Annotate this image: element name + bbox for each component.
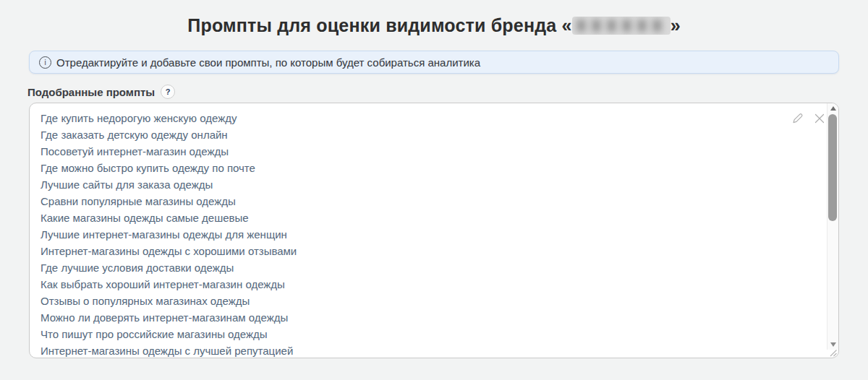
- clear-prompts-button[interactable]: [812, 111, 827, 126]
- page: { "header": { "title_prefix": "Промпты д…: [0, 0, 868, 380]
- prompt-line: Где заказать детскую одежду онлайн: [41, 126, 795, 143]
- blurred-text: [576, 20, 666, 32]
- info-icon: i: [39, 56, 51, 69]
- prompt-line: Где можно быстро купить одежду по почте: [41, 160, 795, 176]
- triangle-down-icon: [830, 342, 836, 347]
- prompts-label: Подобранные промпты: [27, 86, 155, 98]
- prompt-line: Где купить недорогую женскую одежду: [41, 110, 795, 126]
- help-icon[interactable]: ?: [161, 85, 175, 99]
- info-banner: i Отредактируйте и добавьте свои промпты…: [29, 51, 839, 74]
- resize-handle[interactable]: [828, 348, 838, 357]
- prompt-line: Лучшие сайты для заказа одежды: [41, 176, 795, 193]
- prompt-line: Какие магазины одежды самые дешевые: [41, 210, 795, 226]
- resize-grip-icon: [828, 348, 838, 357]
- prompt-line: Посоветуй интернет-магазин одежды: [41, 143, 795, 160]
- prompt-line: Интернет-магазины одежды с хорошими отзы…: [41, 243, 795, 259]
- prompt-line: Можно ли доверять интернет-магазинам оде…: [41, 309, 795, 326]
- pencil-icon: [791, 112, 804, 125]
- prompt-line: Отзывы о популярных магазинах одежды: [41, 293, 795, 309]
- prompts-label-row: Подобранные промпты ?: [27, 85, 839, 99]
- page-title-prefix: Промпты для оценки видимости бренда «: [187, 15, 571, 35]
- page-title-suffix: »: [671, 15, 681, 35]
- triangle-up-icon: [830, 106, 836, 111]
- edit-prompts-button[interactable]: [791, 111, 805, 126]
- blurred-brand-name: [572, 17, 671, 35]
- scroll-up-button[interactable]: [827, 103, 838, 113]
- page-title: Промпты для оценки видимости бренда «»: [0, 0, 868, 42]
- vertical-scrollbar[interactable]: [827, 103, 838, 350]
- prompt-line: Сравни популярные магазины одежды: [41, 193, 795, 210]
- prompts-textarea[interactable]: Где купить недорогую женскую одеждуГде з…: [29, 103, 839, 358]
- close-icon: [814, 113, 825, 124]
- prompt-line: Как выбрать хороший интернет-магазин оде…: [41, 276, 795, 293]
- prompt-line: Лучшие интернет-магазины одежды для женщ…: [41, 226, 795, 243]
- prompt-list: Где купить недорогую женскую одеждуГде з…: [30, 103, 838, 358]
- prompt-line: Интернет-магазины одежды с лучшей репута…: [41, 342, 795, 358]
- prompt-line: Что пишут про российские магазины одежды: [41, 326, 795, 342]
- prompt-line: Где лучшие условия доставки одежды: [41, 259, 795, 276]
- scrollbar-thumb[interactable]: [828, 114, 837, 221]
- info-banner-text: Отредактируйте и добавьте свои промпты, …: [56, 56, 480, 69]
